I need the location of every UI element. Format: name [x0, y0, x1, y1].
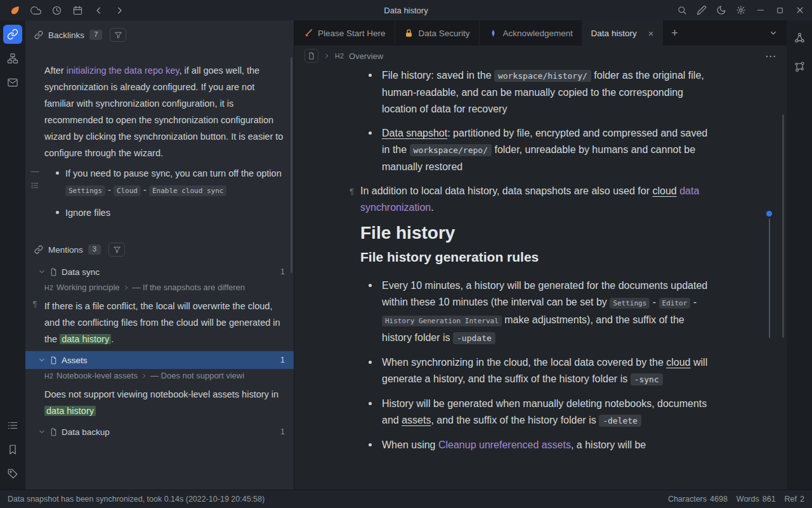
group-label: Assets — [62, 356, 88, 365]
text-segment: - — [141, 185, 149, 195]
text-segment: , if all goes well, the synchronization … — [44, 65, 283, 158]
group-count: 1 — [280, 267, 285, 276]
backlinks-title: Backlinks — [48, 30, 84, 40]
tag-dock-icon[interactable] — [3, 464, 22, 483]
chevron-right-icon — [324, 53, 330, 59]
document-content[interactable]: File history: saved in the workspace/his… — [360, 66, 717, 453]
mention-icon — [34, 245, 43, 254]
graph-view-dock-icon[interactable] — [790, 28, 809, 47]
collapse-dash-icon[interactable]: — — [31, 166, 39, 176]
titlebar: Data history — [0, 0, 812, 20]
backlink-paragraph-text: After initializing the data repo key, if… — [44, 62, 294, 161]
tab-please-start-here[interactable]: Please Start Here — [294, 20, 395, 46]
document-icon — [49, 356, 58, 364]
document-icon[interactable] — [304, 49, 318, 63]
text-segment: , and the suffix of the history folder i… — [431, 415, 599, 425]
list-item[interactable]: Every 10 minutes, a history will be gene… — [360, 277, 717, 347]
mentions-header: Mentions 3 — [25, 240, 294, 259]
tab-close-icon[interactable]: × — [648, 28, 654, 39]
scroll-position-line — [769, 218, 770, 338]
breadcrumb-heading[interactable]: Overview — [349, 51, 383, 61]
mention-group-data-backup[interactable]: Data backup 1 — [25, 423, 294, 441]
list-item[interactable]: When using Cleanup unreferenced assets, … — [360, 437, 717, 453]
tab-list-caret-icon[interactable] — [760, 20, 787, 46]
theme-moon-icon[interactable] — [711, 2, 731, 18]
mention-group-assets[interactable]: Assets 1 — [25, 351, 294, 369]
chevron-down-icon[interactable] — [38, 356, 46, 364]
mention-paragraph-text: If there is a file conflict, the local w… — [44, 298, 294, 347]
tab-data-history[interactable]: Data history × — [582, 20, 664, 46]
mention-paragraph-text: Does not support viewing notebook-level … — [44, 386, 294, 419]
paragraph-block[interactable]: ¶In addition to local data history, data… — [360, 183, 717, 216]
global-graph-dock-icon[interactable] — [790, 57, 809, 76]
brush-emoji-icon — [303, 29, 313, 38]
daily-note-icon[interactable] — [68, 2, 88, 18]
left-dock — [0, 20, 25, 490]
block-gutter: ¶ — [25, 298, 44, 347]
tab-data-security[interactable]: Data Security — [395, 20, 480, 46]
backlink-result-paragraph[interactable]: After initializing the data repo key, if… — [25, 62, 294, 161]
maximize-icon[interactable] — [770, 2, 790, 18]
editor-scrollbar[interactable] — [782, 114, 784, 338]
more-menu-icon[interactable]: ⋯ — [765, 50, 776, 63]
mention-breadcrumb[interactable]: H2 Notebook-level assets — Does not supp… — [25, 369, 294, 382]
block-ref-link[interactable]: Cleanup unreferenced assets — [438, 439, 571, 450]
heading-2[interactable]: File history generation rules — [360, 249, 717, 265]
kbd-settings: Settings — [610, 298, 650, 309]
list-item[interactable]: Data snapshot: partitioned by file, encr… — [360, 125, 717, 175]
block-gutter: — — [25, 165, 44, 226]
mention-breadcrumb[interactable]: H2 Working principle — If the snapshots … — [25, 281, 294, 294]
close-icon[interactable] — [790, 2, 809, 18]
search-icon[interactable] — [672, 2, 691, 18]
block-gutter — [25, 386, 44, 419]
list-block-icon[interactable] — [30, 181, 39, 190]
block-ref-link[interactable]: initializing the data repo key — [67, 65, 180, 76]
graph-dock-icon[interactable] — [3, 49, 22, 68]
characters-label: Characters — [668, 495, 707, 504]
chevron-right-icon — [123, 284, 129, 291]
list-item[interactable]: File history: saved in the workspace/his… — [360, 67, 717, 117]
edit-pencil-icon[interactable] — [691, 2, 711, 18]
mention-result-paragraph[interactable]: ¶ If there is a file conflict, the local… — [25, 298, 294, 347]
outline-dock-icon[interactable] — [3, 416, 22, 435]
chevron-down-icon[interactable] — [38, 268, 46, 276]
chevron-down-icon[interactable] — [38, 428, 46, 436]
list-item[interactable]: History will be generated when manually … — [360, 396, 717, 429]
characters-value: 4698 — [710, 495, 728, 504]
bookmark-dock-icon[interactable] — [3, 440, 22, 459]
minimize-icon[interactable] — [750, 2, 770, 18]
inbox-mail-dock-icon[interactable] — [3, 73, 22, 92]
text-segment: , a history will be — [571, 439, 646, 450]
backlink-result-list[interactable]: — If you need to pause sync, you can tur… — [25, 165, 294, 226]
mentions-filter-button[interactable] — [108, 243, 125, 257]
inline-code: -delete — [599, 415, 641, 427]
tab-acknowledgements[interactable]: Acknowledgements — [480, 20, 582, 46]
list-item: If you need to pause sync, you can turn … — [55, 165, 285, 199]
app-logo-icon[interactable] — [5, 2, 25, 18]
panel-scrollbar[interactable] — [291, 57, 292, 273]
document-scroll-area[interactable]: File history: saved in the workspace/his… — [294, 66, 787, 490]
backlinks-filter-button[interactable] — [110, 28, 126, 42]
scroll-position-dot[interactable] — [766, 211, 772, 217]
mention-group-data-sync[interactable]: Data sync 1 — [25, 263, 294, 281]
backlinks-count-badge: 7 — [89, 30, 102, 40]
document-icon — [49, 428, 58, 436]
new-tab-button[interactable]: + — [663, 20, 686, 46]
settings-gear-icon[interactable] — [731, 2, 750, 18]
search-highlight: data history — [44, 406, 96, 416]
lock-emoji-icon — [404, 29, 414, 38]
group-label: Data backup — [62, 427, 110, 437]
heading-1[interactable]: File history — [360, 225, 717, 241]
mentions-count-badge: 3 — [88, 244, 101, 255]
crumb-segment: Working principle — [56, 283, 119, 292]
crumb-segment: — If the snapshots are differen — [133, 283, 246, 292]
chevron-right-icon — [141, 373, 147, 379]
group-count: 1 — [280, 427, 285, 436]
forward-icon[interactable] — [110, 2, 129, 18]
back-icon[interactable] — [89, 2, 108, 18]
list-item[interactable]: When synchronizing in the cloud, the loc… — [360, 354, 717, 388]
history-icon[interactable] — [47, 2, 67, 18]
mention-result-paragraph[interactable]: Does not support viewing notebook-level … — [25, 386, 294, 419]
cloud-sync-icon[interactable] — [26, 2, 46, 18]
backlinks-dock-icon[interactable] — [3, 25, 22, 44]
